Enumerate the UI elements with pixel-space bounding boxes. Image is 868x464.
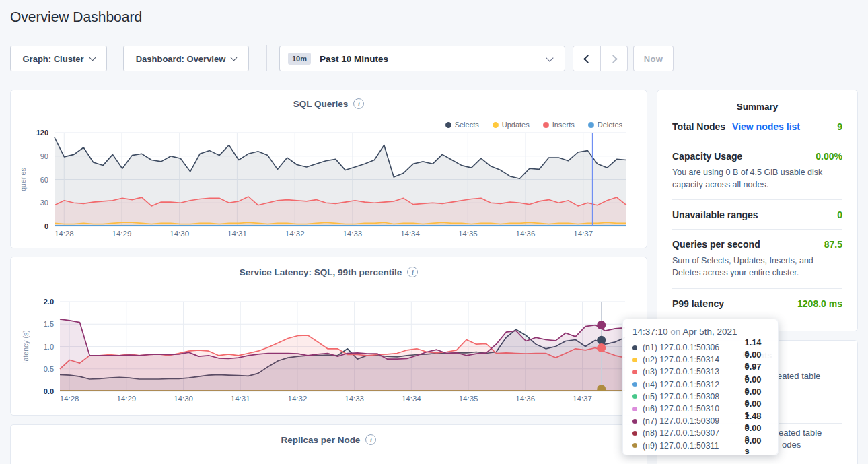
summary-row-p99: P99 latency 1208.0 ms [672,289,842,318]
svg-text:latency (s): latency (s) [22,330,30,362]
svg-text:0: 0 [44,222,48,230]
time-nav-group [573,46,628,71]
chevron-down-icon [546,54,553,61]
event-text-fragment: eated table [779,428,822,438]
svg-text:14:28: 14:28 [55,230,74,238]
event-text-fragment: odes [782,440,801,450]
replicas-title: Replicas per Node [281,435,361,445]
svg-text:14:30: 14:30 [174,395,193,403]
svg-text:14:37: 14:37 [573,230,593,238]
node-address: (n6) 127.0.0.1:50310 [643,404,745,413]
capacity-value: 0.00% [816,151,842,162]
total-nodes-value: 9 [837,121,842,132]
sql-queries-title: SQL Queries [293,99,349,109]
dashboard-label: Dashboard: Overview [136,54,226,64]
series-color-dot [632,443,637,448]
chevron-down-icon [231,54,238,61]
svg-text:queries: queries [19,168,27,191]
time-range-badge: 10m [288,53,311,65]
summary-panel: Summary Total Nodes View nodes list 9 Ca… [657,90,858,331]
svg-text:14:37: 14:37 [573,395,592,403]
svg-text:14:36: 14:36 [515,395,535,403]
info-icon[interactable]: i [407,267,418,277]
svg-text:14:32: 14:32 [288,395,308,403]
info-icon[interactable]: i [365,434,376,445]
series-color-dot [632,370,637,374]
svg-text:14:29: 14:29 [116,395,136,403]
summary-row-unavailable: Unavailable ranges 0 [672,200,842,230]
chevron-right-icon [609,55,618,63]
unavailable-ranges-label: Unavailable ranges [672,209,758,220]
node-address: (n1) 127.0.0.1:50306 [643,343,745,352]
dashboard-dropdown[interactable]: Dashboard: Overview [123,46,249,71]
sql-queries-panel: SQL Queries i SelectsUpdatesInsertsDelet… [10,90,647,248]
graph-scope-label: Graph: Cluster [22,54,83,64]
svg-text:14:34: 14:34 [402,395,421,403]
service-latency-title: Service Latency: SQL, 99th percentile [240,267,402,277]
unavailable-ranges-value: 0 [837,209,842,220]
p99-latency-value: 1208.0 ms [797,298,842,309]
summary-row-qps: Queries per second 87.5 Sum of Selects, … [672,230,842,288]
summary-heading: Summary [672,100,842,112]
svg-text:14:35: 14:35 [458,230,478,238]
time-range-label: Past 10 Minutes [320,54,388,64]
svg-text:90: 90 [40,152,48,160]
node-address: (n4) 127.0.0.1:50312 [643,380,745,389]
node-address: (n8) 127.0.0.1:50307 [643,428,745,438]
svg-text:2.0: 2.0 [44,298,54,306]
time-range-picker[interactable]: 10m Past 10 Minutes [279,46,565,71]
tooltip-rows: (n1) 127.0.0.1:503061.14 s(n2) 127.0.0.1… [632,341,768,452]
summary-row-capacity: Capacity Usage 0.00% You are using 0 B o… [672,141,842,200]
series-color-dot [632,394,637,399]
qps-label: Queries per second [672,239,760,250]
page-title: Overview Dashboard [10,9,142,25]
svg-text:14:29: 14:29 [112,230,132,238]
chart-hover-tooltip: 14:37:10 on Apr 5th, 2021 (n1) 127.0.0.1… [622,319,779,455]
qps-desc: Sum of Selects, Updates, Inserts, and De… [672,255,842,279]
now-button[interactable]: Now [633,46,674,71]
tooltip-node-row: (n9) 127.0.0.1:503110.00 s [632,440,768,452]
view-nodes-list-link[interactable]: View nodes list [732,121,800,132]
svg-text:14:35: 14:35 [459,395,478,403]
capacity-label: Capacity Usage [672,151,742,162]
series-color-dot [632,419,637,424]
series-color-dot [632,407,637,411]
svg-text:60: 60 [40,176,48,184]
service-latency-panel: Service Latency: SQL, 99th percentile i … [10,257,647,416]
p99-latency-label: P99 latency [672,298,724,309]
capacity-desc: You are using 0 B of 4.5 GiB usable disk… [672,166,842,191]
info-icon[interactable]: i [353,98,364,109]
svg-text:120: 120 [36,129,48,137]
chevron-left-icon [583,55,592,63]
svg-text:30: 30 [40,199,48,207]
svg-text:1.0: 1.0 [44,343,54,351]
svg-text:14:32: 14:32 [285,230,305,238]
time-prev-button[interactable] [573,46,600,71]
replicas-per-node-panel: Replicas per Node i [10,424,647,464]
node-address: (n7) 127.0.0.1:50309 [643,416,745,426]
overview-dashboard-page: { "page": { "title": "Overview Dashboard… [0,0,868,464]
svg-text:14:31: 14:31 [231,395,250,403]
node-address: (n2) 127.0.0.1:50314 [643,355,745,364]
time-next-button[interactable] [600,46,627,71]
node-latency-value: 0.00 s [745,436,768,456]
series-color-dot [632,431,637,436]
svg-text:14:30: 14:30 [170,230,189,238]
service-latency-chart[interactable]: 0.00.51.01.52.014:2814:2914:3014:3114:32… [11,287,648,411]
svg-text:14:31: 14:31 [227,230,247,238]
toolbar-divider [266,45,267,71]
svg-text:0.5: 0.5 [44,365,54,373]
chevron-down-icon [89,54,96,61]
qps-value: 87.5 [824,239,842,250]
svg-text:1.5: 1.5 [44,320,54,328]
svg-text:14:33: 14:33 [345,395,364,403]
total-nodes-label: Total Nodes [672,121,725,132]
sql-queries-chart[interactable]: 030609012014:2814:2914:3014:3114:3214:33… [11,117,648,246]
svg-text:14:34: 14:34 [400,230,420,238]
graph-scope-dropdown[interactable]: Graph: Cluster [10,46,107,71]
svg-text:0.0: 0.0 [44,387,54,395]
node-address: (n5) 127.0.0.1:50308 [643,392,745,401]
node-address: (n3) 127.0.0.1:50313 [643,367,745,376]
series-color-dot [632,345,637,350]
event-text-fragment: eated table [777,371,820,381]
